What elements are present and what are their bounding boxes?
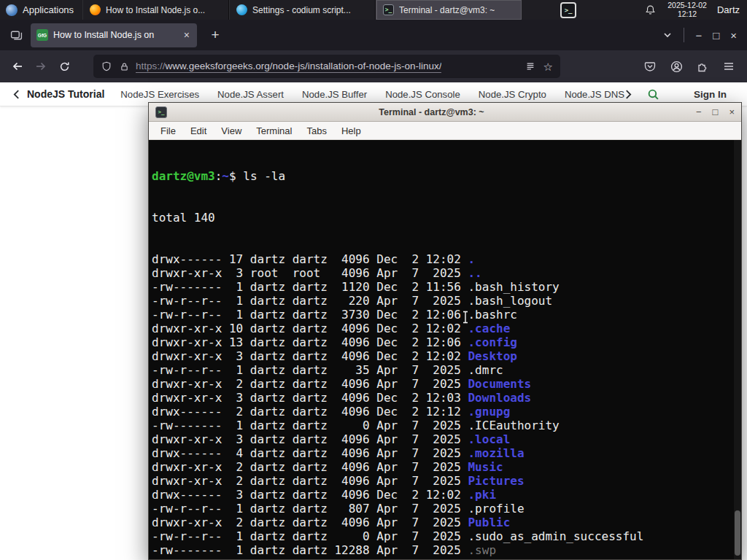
window-controls: − □ ×	[663, 28, 747, 42]
nav-chevron-right-icon[interactable]	[625, 89, 632, 99]
terminal-menu-file[interactable]: File	[153, 125, 183, 136]
firefox-view-icon[interactable]	[9, 28, 23, 42]
file-name: .bashrc	[468, 308, 516, 322]
file-name: Public	[468, 516, 510, 529]
applications-menu[interactable]: Applications	[0, 0, 82, 20]
terminal-line: drwxr-xr-x 2 dartz dartz 4096 Apr 7 2025…	[152, 557, 732, 559]
notifications-bell-icon[interactable]	[643, 3, 657, 18]
terminal-menubar: FileEditViewTerminalTabsHelp	[149, 122, 741, 140]
separator	[684, 28, 684, 42]
file-name: Music	[468, 460, 503, 474]
browser-tab[interactable]: GfG How to Install Node.js on ×	[31, 23, 197, 47]
new-tab-button[interactable]: +	[206, 27, 225, 43]
terminal-line: drwxr-xr-x 3 dartz dartz 4096 Dec 2 12:0…	[152, 349, 732, 363]
tab-title: How to Install Node.js on	[53, 30, 177, 40]
terminal-window: >_ Terminal - dartz@vm3: ~ − □ × FileEdi…	[148, 102, 742, 560]
taskbar-button[interactable]: >_Terminal - dartz@vm3: ~	[376, 0, 522, 20]
bookmark-star-icon[interactable]: ☆	[543, 61, 553, 72]
file-name: .local	[468, 432, 510, 446]
terminal-menu-view[interactable]: View	[214, 125, 249, 136]
terminal-line: -rw-r--r-- 1 dartz dartz 807 Apr 7 2025 …	[152, 502, 732, 516]
terminal-listing: drwx------ 17 dartz dartz 4096 Dec 2 12:…	[152, 252, 732, 559]
back-button[interactable]	[6, 55, 29, 78]
taskbar-button-label: How to Install Node.js o...	[106, 5, 205, 15]
terminal-minimize-icon[interactable]: −	[696, 107, 702, 117]
site-nav-item[interactable]: Node.JS Buffer	[302, 89, 367, 100]
window-maximize-icon[interactable]: □	[713, 30, 719, 41]
site-nav-item[interactable]: Node.JS Crypto	[479, 89, 546, 100]
terminal-glyph: >_	[565, 7, 573, 14]
terminal-line: -rw------- 1 dartz dartz 12288 Apr 7 202…	[152, 543, 732, 557]
file-name: .mozilla	[468, 446, 524, 460]
lock-icon[interactable]	[118, 61, 130, 72]
site-nav-items: NodeJS ExercisesNode.JS AssertNode.JS Bu…	[120, 89, 625, 100]
file-name: Documents	[468, 377, 531, 391]
terminal-line: -rw-r--r-- 1 dartz dartz 0 Apr 7 2025 .s…	[152, 529, 732, 543]
extensions-icon[interactable]	[696, 60, 709, 73]
nav-chevron-left-icon[interactable]	[13, 89, 20, 99]
terminal-close-icon[interactable]: ×	[729, 107, 735, 117]
reload-button[interactable]	[53, 55, 76, 78]
terminal-menu-edit[interactable]: Edit	[183, 125, 214, 136]
terminal-app-icon: >_	[155, 106, 167, 118]
list-all-tabs-icon[interactable]	[663, 31, 673, 40]
terminal-line: -rw-r--r-- 1 dartz dartz 35 Apr 7 2025 .…	[152, 363, 732, 377]
taskbar-button[interactable]: Settings - codium script...	[229, 0, 376, 20]
site-nav-item[interactable]: Node.JS Assert	[217, 89, 284, 100]
taskbar-button[interactable]: How to Install Node.js o...	[82, 0, 229, 20]
file-name: .config	[468, 335, 516, 349]
file-name: .bash_logout	[468, 294, 552, 308]
file-name: .	[468, 252, 475, 266]
terminal-scrollbar[interactable]	[734, 140, 741, 559]
file-name: .profile	[468, 502, 524, 516]
file-name: ..	[468, 266, 481, 280]
file-name: .sudo_as_admin_successful	[468, 529, 643, 543]
site-nav-current[interactable]: NodeJS Tutorial	[27, 88, 104, 100]
terminal-output: dartz@vm3:~$ ls -la total 140 drwx------…	[149, 140, 741, 559]
site-nav-item[interactable]: Node.JS Console	[385, 89, 460, 100]
terminal-titlebar[interactable]: >_ Terminal - dartz@vm3: ~ − □ ×	[149, 103, 741, 122]
terminal-maximize-icon[interactable]: □	[713, 107, 719, 117]
terminal-body[interactable]: dartz@vm3:~$ ls -la total 140 drwx------…	[149, 140, 741, 559]
firefox-icon	[90, 4, 101, 15]
account-icon[interactable]	[670, 60, 683, 73]
taskbar-button-label: Terminal - dartz@vm3: ~	[399, 5, 495, 15]
terminal-line: drwx------ 4 dartz dartz 4096 Apr 7 2025…	[152, 446, 732, 460]
tray-terminal-icon[interactable]: >_	[560, 2, 576, 18]
terminal-window-title: Terminal - dartz@vm3: ~	[173, 107, 690, 117]
file-name: Downloads	[468, 391, 531, 405]
terminal-line: drwxr-xr-x 2 dartz dartz 4096 Apr 7 2025…	[152, 516, 732, 529]
url-bar[interactable]: https://www.geeksforgeeks.org/node-js/in…	[93, 55, 560, 78]
forward-button[interactable]	[29, 55, 53, 78]
pocket-icon[interactable]	[643, 60, 657, 73]
site-nav-item[interactable]: Node.JS DNS	[565, 89, 624, 100]
applications-icon	[6, 4, 18, 16]
terminal-icon: >_	[383, 4, 394, 15]
terminal-menu-tabs[interactable]: Tabs	[299, 125, 333, 136]
terminal-line: drwxr-xr-x 3 dartz dartz 4096 Dec 2 12:0…	[152, 391, 732, 405]
url-text: https://www.geeksforgeeks.org/node-js/in…	[136, 61, 441, 73]
terminal-line: -rw-r--r-- 1 dartz dartz 220 Apr 7 2025 …	[152, 294, 732, 308]
terminal-scrollbar-thumb[interactable]	[735, 510, 740, 556]
url-scheme: https://	[136, 61, 166, 71]
clock-time: 12:12	[678, 10, 697, 19]
sign-in-button[interactable]: Sign In	[694, 89, 727, 100]
search-icon[interactable]	[647, 88, 660, 101]
menu-hamburger-icon[interactable]	[722, 60, 735, 73]
terminal-menu-help[interactable]: Help	[334, 125, 368, 136]
shield-icon[interactable]	[101, 61, 112, 72]
reader-mode-icon[interactable]	[525, 61, 536, 72]
user-menu[interactable]: Dartz	[717, 4, 740, 15]
terminal-line: -rw-r--r-- 1 dartz dartz 3730 Dec 2 12:0…	[152, 308, 732, 322]
desktop-screen: Applications How to Install Node.js o...…	[0, 0, 747, 560]
terminal-menu-terminal[interactable]: Terminal	[249, 125, 299, 136]
site-nav-item[interactable]: NodeJS Exercises	[120, 89, 199, 100]
tab-close-icon[interactable]: ×	[182, 29, 191, 41]
file-name: Templates	[468, 557, 531, 559]
terminal-line: drwxr-xr-x 10 dartz dartz 4096 Dec 2 12:…	[152, 322, 732, 335]
terminal-line: drwxr-xr-x 2 dartz dartz 4096 Apr 7 2025…	[152, 460, 732, 474]
window-close-icon[interactable]: ×	[730, 30, 737, 41]
clock-date: 2025-12-02	[667, 1, 707, 10]
clock[interactable]: 2025-12-02 12:12	[667, 1, 707, 18]
window-minimize-icon[interactable]: −	[695, 30, 702, 41]
